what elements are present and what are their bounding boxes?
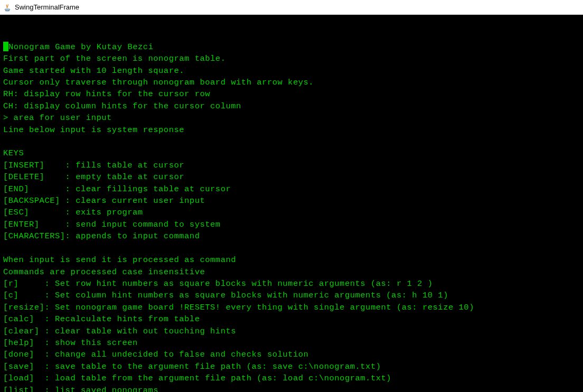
intro-line: Nonogram Game by Kutay Bezci [3,41,580,53]
key-line: [INSERT] : fills table at cursor [3,160,580,171]
window-title: SwingTerminalFrame [15,3,79,11]
titlebar[interactable]: SwingTerminalFrame [0,0,583,15]
command-line: [help] : show this screen [3,337,580,349]
terminal-cursor [3,42,8,51]
command-line: [calc] : Recalculate hints from table [3,313,580,325]
key-line: [END] : clear fillings table at cursor [3,183,580,195]
key-line: [BACKSPACE] : clears current user input [3,195,580,207]
intro-line: Cursor only traverse through nonogram bo… [3,77,580,88]
intro-line: Line below input is system response [3,124,580,136]
svg-point-1 [5,10,10,11]
command-line: [c] : Set column hint numbers as square … [3,290,580,301]
java-icon [3,3,12,12]
key-line: [DELETE] : empty table at cursor [3,171,580,183]
command-line: [clear] : clear table with out touching … [3,325,580,337]
intro-line: > area for user input [3,112,580,124]
intro-line: CH: display column hints for the cursor … [3,100,580,112]
intro-line: Game started with 10 length square. [3,65,580,77]
command-line: [save] : save table to the argument file… [3,361,580,372]
key-line: [ENTER] : send input command to system [3,219,580,230]
command-line: [r] : Set row hint numbers as square blo… [3,278,580,290]
intro-line: RH: display row hints for the cursor row [3,88,580,100]
blank-line [3,136,580,147]
intro-line: First part of the screen is nonogram tab… [3,53,580,64]
key-line: [ESC] : exits program [3,207,580,218]
command-line: [load] : load table from the argument fi… [3,372,580,384]
commands-intro-line: When input is send it is processed as co… [3,254,580,266]
commands-intro-line: Commands are processed case insensitive [3,266,580,278]
keys-header: KEYS [3,147,580,159]
blank-line [3,242,580,254]
app-window: SwingTerminalFrame Nonogram Game by Kuta… [0,0,583,392]
terminal-area[interactable]: Nonogram Game by Kutay BezciFirst part o… [0,15,583,392]
key-line: [CHARACTERS]: appends to input command [3,230,580,242]
command-line: [list] : list saved nonograms [3,385,580,392]
command-line: [resize]: Set nonogram game board !RESET… [3,302,580,313]
command-line: [done] : change all undecided to false a… [3,349,580,360]
